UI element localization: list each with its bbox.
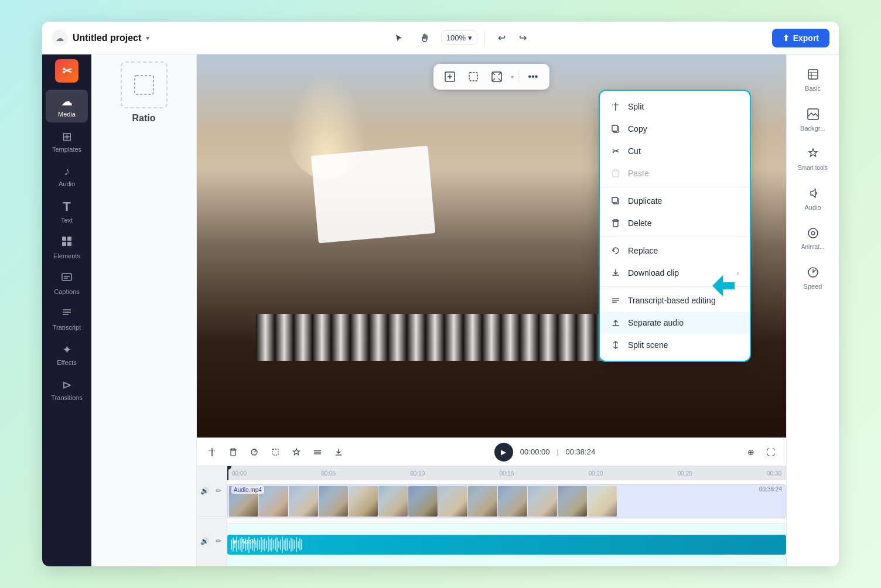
cursor-arrow [709,271,738,303]
menu-label: Split scene [628,340,668,350]
sidebar-item-templates[interactable]: ⊞ Templates [46,125,88,158]
right-panel-speed[interactable]: Speed [790,259,836,295]
cut-icon: ✂ [610,146,621,156]
hand-tool-button[interactable] [415,29,434,47]
playhead-marker [227,466,231,470]
header-right: ⬆ Export [772,29,829,47]
thumb-3 [289,486,318,517]
video-track-controls: 🔊 ✏ [197,466,227,517]
expand-dropdown-icon[interactable]: ▾ [511,74,514,80]
svg-rect-23 [612,197,617,203]
project-dropdown-icon[interactable]: ▾ [146,34,149,42]
captions-icon [61,271,73,286]
right-panel-basic[interactable]: Basic [790,61,836,97]
play-button[interactable]: ▶ [494,443,513,461]
playhead[interactable] [227,466,228,480]
zoom-value: 100% [446,33,466,42]
svg-point-46 [811,231,815,235]
ruler-mark-10: 00:10 [410,470,425,477]
zoom-control[interactable]: 100% ▾ [441,30,477,45]
track-controls: 🔊 ✏ 🔊 ✏ [197,466,227,566]
edit-button[interactable]: ✏ [213,484,225,497]
ruler-mark-15: 00:15 [499,470,514,477]
animate-label: Animat... [801,244,824,250]
video-clip[interactable]: Audio.mp4 00:38:24 [227,484,786,518]
export-frame-button[interactable] [330,444,347,460]
redo-button[interactable]: ↪ [513,29,532,47]
menu-item-cut[interactable]: ✂ Cut [600,140,750,162]
sidebar-item-label: Templates [52,146,81,153]
audio-volume-button[interactable]: 🔊 [199,535,211,548]
zoom-in-button[interactable]: ⊕ [743,444,759,460]
sidebar-item-effects[interactable]: ✦ Effects [46,338,88,371]
menu-label: Paste [628,169,649,178]
sidebar-item-text[interactable]: T Text [46,194,88,228]
timeline-right: ⊕ ⛶ [743,444,779,460]
menu-item-replace[interactable]: Replace [600,240,750,262]
header-divider [484,31,485,45]
clip-label: Audio.mp4 [231,486,264,494]
sidebar-item-transcript[interactable]: Transcript [46,302,88,336]
svg-rect-3 [67,242,71,246]
add-media-button[interactable] [440,67,459,86]
transcript-editing-icon [610,295,621,306]
context-menu: Split Copy ✂ Cut [599,90,751,362]
sidebar-item-elements[interactable]: Elements [46,231,88,264]
fit-expand-button[interactable] [487,67,506,86]
crop-tool-button[interactable] [267,444,284,460]
menu-item-duplicate[interactable]: Duplicate [600,190,750,212]
audio-edit-button[interactable]: ✏ [213,535,225,548]
audio-clip[interactable]: Audio [227,535,786,555]
transcript-icon [61,307,73,322]
copy-icon [610,124,621,134]
thumb-9 [468,486,497,517]
sidebar-item-audio[interactable]: ♪ Audio [46,160,88,192]
menu-item-delete[interactable]: Delete [600,212,750,234]
sidebar-item-transitions[interactable]: ⊳ Transitions [46,373,88,406]
ruler-mark-0: 00:00 [232,470,247,477]
templates-icon: ⊞ [62,129,72,143]
menu-label: Replace [628,246,658,255]
cursor-tool-button[interactable] [390,29,408,47]
export-icon: ⬆ [783,33,790,43]
export-button[interactable]: ⬆ Export [772,29,829,47]
sidebar-item-label: Text [61,217,73,224]
tracks-main: 00:00 00:05 00:10 00:15 00:20 00:25 00:3… [227,466,786,566]
svg-rect-32 [231,450,235,456]
right-panel-smart-tools[interactable]: Smart tools [790,141,836,176]
menu-item-split[interactable]: Split [600,95,750,118]
menu-item-copy[interactable]: Copy [600,118,750,140]
animate-icon [805,225,821,241]
menu-item-split-scene[interactable]: Split scene [600,334,750,356]
menu-item-separate-audio[interactable]: Separate audio [600,312,750,334]
background-label: Backgr... [800,125,825,132]
header-left: ☁ Untitled project ▾ [52,30,149,46]
volume-button[interactable]: 🔊 [199,484,211,497]
ratio-icon-box[interactable] [121,61,168,108]
undo-button[interactable]: ↩ [492,29,511,47]
delete-tool-button[interactable] [225,444,241,460]
speed-tool-button[interactable] [246,444,262,460]
svg-marker-29 [712,274,735,298]
video-track: Audio.mp4 00:38:24 [227,480,786,524]
ruler-mark-5: 00:05 [321,470,336,477]
sidebar-item-media[interactable]: ☁ Media [46,90,88,122]
left-sidebar: ✂ ☁ Media ⊞ Templates ♪ Audio T Text [42,54,91,566]
crop-button[interactable] [464,67,483,86]
upload-icon: ☁ [52,30,68,46]
audio-track-controls: 🔊 ✏ [197,517,227,567]
align-tool-button[interactable] [309,444,326,460]
ruler-mark-25: 00:25 [678,470,692,477]
right-panel-audio[interactable]: Audio [790,180,836,216]
sidebar-item-captions[interactable]: Captions [46,266,88,300]
thumb-7 [408,486,438,517]
fullscreen-button[interactable]: ⛶ [763,444,779,460]
right-panel-animate[interactable]: Animat... [790,220,836,255]
timeline-tracks: 🔊 ✏ 🔊 ✏ 00:00 00:05 [197,466,786,566]
split-tool-button[interactable] [204,444,220,460]
clip-thumbnails [228,485,618,518]
menu-label: Transcript-based editing [628,296,716,305]
right-panel-background[interactable]: Backgr... [790,101,836,136]
more-button[interactable]: ••• [524,67,542,86]
ai-edit-button[interactable] [288,444,305,460]
